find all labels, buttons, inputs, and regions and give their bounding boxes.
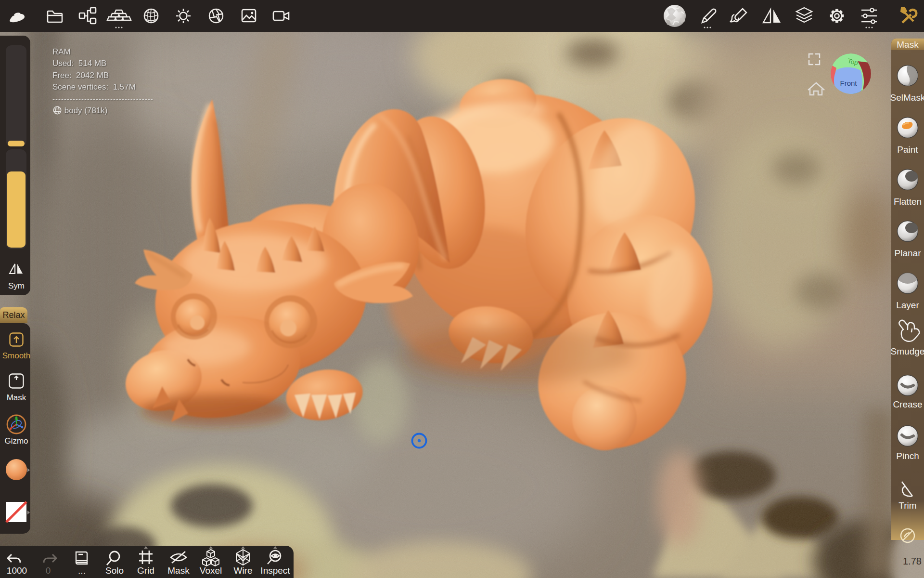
svg-text:Front: Front	[840, 79, 857, 87]
